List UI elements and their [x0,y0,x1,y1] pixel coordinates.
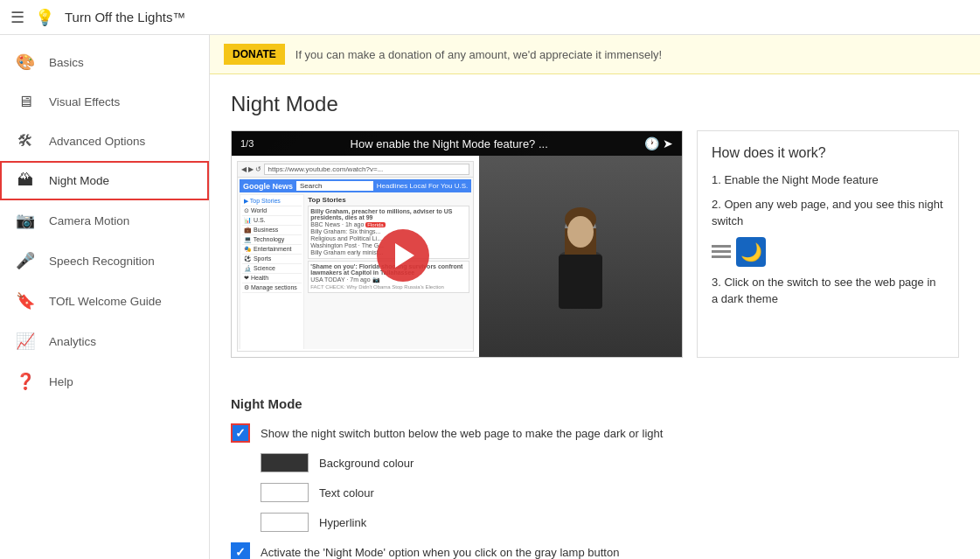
sidebar-label-welcome-guide: TOfL Welcome Guide [49,295,162,308]
sidebar-item-speech-recognition[interactable]: 🎤 Speech Recognition [0,241,209,281]
checkbox-check-icon: ✓ [235,427,246,439]
sidebar-item-analytics[interactable]: 📈 Analytics [0,321,209,361]
sidebar-label-night-mode: Night Mode [49,174,109,187]
header: ☰ 💡 Turn Off the Lights™ [0,0,980,35]
sidebar-label-analytics: Analytics [49,335,96,348]
info-step-3: 3. Click on the switch to see the web pa… [712,274,944,308]
setting-row-text-colour: Text colour [231,483,959,502]
camera-motion-icon: 📷 [16,211,35,230]
checkbox2-check-icon: ✓ [235,546,246,558]
sidebar-label-visual-effects: Visual Effects [49,95,120,108]
switch-line-3 [712,255,731,258]
sidebar-label-basics: Basics [49,56,84,69]
video-container[interactable]: 1/3 How enable the Night Mode feature? .… [231,130,683,358]
background-colour-label: Background colour [319,457,414,470]
night-switch-demo: 🌙 [712,237,944,267]
content-row: 1/3 How enable the Night Mode feature? .… [231,130,959,358]
play-triangle-icon [395,243,414,268]
speech-recognition-icon: 🎤 [16,251,35,270]
video-overlay: 1/3 How enable the Night Mode feature? .… [232,131,682,357]
analytics-icon: 📈 [16,332,35,351]
settings-title: Night Mode [231,396,959,411]
video-controls-icons: 🕐 ➤ [644,136,673,150]
sidebar-label-speech-recognition: Speech Recognition [49,255,155,268]
hyperlink-label: Hyperlink [319,516,366,529]
app-title: Turn Off the Lights™ [65,10,185,24]
welcome-guide-icon: 🔖 [16,291,35,311]
video-title: How enable the Night Mode feature? ... [254,137,644,150]
switch-lines [712,245,731,258]
sidebar-item-basics[interactable]: 🎨 Basics [0,42,209,82]
show-switch-label: Show the night switch button below the w… [261,427,663,440]
sidebar-item-visual-effects[interactable]: 🖥 Visual Effects [0,82,209,122]
switch-line-1 [712,245,731,248]
video-presenter [479,156,682,357]
lamp-icon: 💡 [35,8,54,27]
video-body: ◀ ▶ ↺ https://www.youtube.com/watch?v=..… [232,156,682,357]
svg-point-4 [567,216,594,248]
switch-line-2 [712,250,731,253]
main-content: DONATE If you can make a donation of any… [210,35,980,559]
svg-rect-5 [559,255,602,309]
activate-lamp-checkbox[interactable]: ✓ [231,542,250,559]
donate-text: If you can make a donation of any amount… [295,48,662,61]
setting-row-show-switch: ✓ Show the night switch button below the… [231,423,959,443]
setting-row-hyperlink: Hyperlink [231,513,959,532]
sidebar-item-night-mode[interactable]: 🏔 Night Mode [0,161,209,200]
page-title: Night Mode [231,92,959,116]
text-color-swatch[interactable] [261,483,309,502]
settings-section: Night Mode ✓ Show the night switch butto… [210,396,980,559]
sidebar-item-help[interactable]: ❓ Help [0,361,209,402]
advanced-options-icon: 🛠 [16,132,35,150]
mini-url-bar: https://www.youtube.com/watch?v=... [264,164,469,175]
sidebar-label-camera-motion: Camera Motion [49,214,129,227]
night-mode-icon: 🏔 [16,171,35,190]
video-person-area [479,156,682,357]
sidebar-label-help: Help [49,375,73,388]
info-panel-title: How does it work? [712,145,944,161]
play-button[interactable] [377,229,429,282]
visual-effects-icon: 🖥 [16,93,35,111]
basics-icon: 🎨 [16,52,35,72]
help-icon: ❓ [16,372,35,391]
setting-row-background: Background colour [231,453,959,472]
video-counter: 1/3 [240,138,254,149]
video-browser-mockup: ◀ ▶ ↺ https://www.youtube.com/watch?v=..… [232,156,479,357]
moon-icon: 🌙 [736,237,766,267]
sidebar-item-welcome-guide[interactable]: 🔖 TOfL Welcome Guide [0,281,209,321]
sidebar-item-camera-motion[interactable]: 📷 Camera Motion [0,200,209,241]
donate-banner: DONATE If you can make a donation of any… [210,35,980,74]
sidebar: 🎨 Basics 🖥 Visual Effects 🛠 Advanced Opt… [0,35,210,559]
main-layout: 🎨 Basics 🖥 Visual Effects 🛠 Advanced Opt… [0,35,980,559]
show-switch-checkbox[interactable]: ✓ [231,423,250,443]
page-content: Night Mode 1/3 How enable the Night Mode… [210,74,980,396]
setting-row-activate-lamp: ✓ Activate the 'Night Mode' option when … [231,542,959,559]
activate-lamp-label: Activate the 'Night Mode' option when yo… [261,546,619,559]
video-top-bar: 1/3 How enable the Night Mode feature? .… [232,131,682,156]
sidebar-label-advanced-options: Advanced Options [49,135,145,148]
hyperlink-color-swatch[interactable] [261,513,309,532]
menu-icon[interactable]: ☰ [10,8,24,27]
text-colour-label: Text colour [319,486,374,500]
info-step-2: 2. Open any web page, and you see this n… [712,196,944,230]
background-color-swatch[interactable] [261,453,309,472]
sidebar-item-advanced-options[interactable]: 🛠 Advanced Options [0,122,209,161]
info-step-1: 1. Enable the Night Mode feature [712,171,944,189]
info-panel: How does it work? 1. Enable the Night Mo… [697,130,959,358]
donate-button[interactable]: DONATE [224,44,285,65]
